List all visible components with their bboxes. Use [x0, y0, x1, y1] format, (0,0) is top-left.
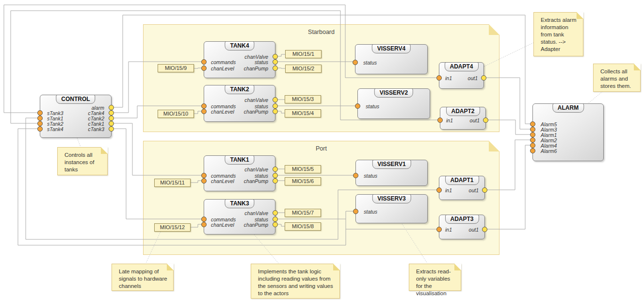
port-alarm5[interactable]: [530, 121, 535, 127]
note-extracts-ro-text: Extracts read-only variables for the vis…: [416, 268, 451, 296]
port-tank1-chanpump[interactable]: [273, 178, 278, 184]
mio-label-12[interactable]: MIO/15/12: [154, 223, 191, 232]
port-adapt2-out1[interactable]: [483, 117, 488, 123]
port-tank3-chanpump[interactable]: [273, 222, 278, 227]
mio-label-8[interactable]: MIO/15/8: [285, 222, 321, 231]
mio-label-2[interactable]: MIO/15/2: [285, 65, 322, 73]
port-ctank4[interactable]: [109, 110, 114, 116]
port-adapt3-out1[interactable]: [482, 227, 487, 232]
port-adapt1-out1-label: out1: [469, 187, 479, 193]
port-visserv4-status-label: status: [363, 60, 377, 66]
port-tank2-chanvalve-label: chanValve: [244, 97, 268, 103]
block-visserv3[interactable]: VISSERV3 status: [355, 194, 428, 223]
note-late-mapping[interactable]: Late mapping of signals to hardware chan…: [112, 264, 174, 291]
port-tank2-status[interactable]: [273, 103, 278, 109]
port-alarm1[interactable]: [530, 132, 535, 137]
port-tank2-chanlevel[interactable]: [201, 109, 207, 114]
port-tank4-chanvalve[interactable]: [273, 54, 278, 59]
wire-ctank3-tank3[interactable]: [112, 129, 204, 219]
port-tank1-chanvalve[interactable]: [273, 167, 278, 172]
block-tank4[interactable]: TANK4 commands chanLevel chanValve statu…: [204, 41, 275, 78]
port-adapt1-in1[interactable]: [436, 187, 442, 193]
note-implements[interactable]: Implements the tank logic including read…: [251, 264, 340, 299]
port-tank4-chanlevel[interactable]: [201, 66, 207, 71]
port-stank1[interactable]: [37, 116, 43, 121]
port-adapt4-in1[interactable]: [436, 75, 442, 81]
port-tank1-status[interactable]: [273, 173, 278, 178]
port-stank2[interactable]: [37, 121, 43, 126]
mio-label-1[interactable]: MIO/15/1: [285, 50, 322, 58]
block-adapt3[interactable]: ADAPT3 in1 out1: [439, 215, 485, 239]
port-alarm3[interactable]: [530, 127, 535, 132]
port-alarm4[interactable]: [530, 143, 535, 148]
port-visserv2-status[interactable]: [355, 103, 360, 109]
port-tank4-commands[interactable]: [201, 59, 207, 65]
port-tank2-chanpump[interactable]: [273, 109, 278, 114]
mio-label-3[interactable]: MIO/15/3: [285, 95, 321, 103]
block-adapt4[interactable]: ADAPT4 in1 out1: [439, 62, 484, 89]
port-stank4[interactable]: [37, 126, 43, 132]
note-link-alarm: [589, 91, 603, 103]
port-adapt1-out1[interactable]: [482, 187, 487, 193]
block-visserv4[interactable]: VISSERV4 status: [355, 44, 428, 74]
wire-mio1[interactable]: [278, 54, 285, 56]
port-ctank2[interactable]: [109, 116, 114, 121]
port-adapt3-in1[interactable]: [436, 227, 442, 232]
port-tank1-chanvalve-label: chanValve: [244, 167, 268, 172]
block-control[interactable]: CONTROL sTank3 sTank1 sTank2 sTank4 alar…: [40, 95, 112, 138]
mio-label-11[interactable]: MIO/15/11: [154, 179, 191, 187]
block-alarm-title: ALARM: [552, 103, 584, 113]
block-adapt2-title: ADAPT2: [446, 107, 480, 116]
diagram-canvas: Starboard Port: [0, 0, 644, 302]
wire-ctank1-tank1[interactable]: [112, 123, 204, 175]
port-tank3-status[interactable]: [273, 217, 278, 222]
mio-label-4[interactable]: MIO/15/4: [285, 109, 321, 117]
port-tank2-chanvalve[interactable]: [273, 97, 278, 102]
note-collects[interactable]: Collects all alarms and stores them.: [593, 64, 641, 92]
mio-label-7[interactable]: MIO/15/7: [285, 209, 321, 217]
wire-mio4[interactable]: [278, 111, 285, 113]
block-adapt2[interactable]: ADAPT2 in1 out1: [440, 107, 486, 130]
port-tank3-chanlevel[interactable]: [201, 222, 207, 227]
block-tank2[interactable]: TANK2 commands chanLevel chanValve statu…: [204, 85, 275, 122]
port-ctank3[interactable]: [109, 126, 114, 132]
port-tank2-commands[interactable]: [201, 103, 207, 109]
block-visserv1[interactable]: VISSERV1 status: [355, 160, 428, 186]
wire-adapt3-alarm4[interactable]: [485, 145, 532, 229]
block-control-title: CONTROL: [56, 95, 95, 104]
block-tank1[interactable]: TANK1 commands chanLevel chanValve statu…: [204, 155, 275, 191]
port-tank3-chanvalve[interactable]: [273, 210, 278, 216]
port-visserv1-status-label: status: [364, 173, 377, 179]
port-tank1-chanlevel[interactable]: [201, 178, 207, 184]
port-tank3-commands[interactable]: [201, 217, 207, 222]
note-extracts-alarm[interactable]: Extracts alarm information from tank sta…: [533, 12, 583, 56]
block-visserv2[interactable]: VISSERV2 status: [357, 88, 430, 119]
port-visserv4-status[interactable]: [353, 60, 358, 65]
port-ctank1[interactable]: [109, 121, 114, 126]
block-alarm[interactable]: ALARM Alarm5 Alarm3 Alarm1 Alarm2 Alarm4…: [532, 103, 604, 161]
port-adapt2-in1[interactable]: [437, 117, 443, 123]
port-adapt4-out1[interactable]: [481, 75, 486, 81]
block-visserv2-title: VISSERV2: [374, 88, 413, 98]
wire-adapt2-alarm1[interactable]: [486, 120, 532, 134]
mio-label-6[interactable]: MIO/15/6: [285, 177, 321, 185]
port-alarm[interactable]: [109, 105, 114, 110]
wire-mio2[interactable]: [278, 68, 285, 68]
note-extracts-ro[interactable]: Extracts read-only variables for the vis…: [409, 264, 461, 291]
wire-mio8[interactable]: [278, 224, 285, 226]
mio-label-9[interactable]: MIO/15/9: [158, 64, 194, 72]
port-tank1-commands[interactable]: [201, 173, 207, 178]
port-visserv1-status[interactable]: [353, 173, 358, 178]
note-controls[interactable]: Controls all instances of tanks: [57, 147, 108, 175]
port-alarm2[interactable]: [530, 137, 535, 143]
block-adapt1[interactable]: ADAPT1 in1 out1: [439, 176, 485, 200]
port-stank3[interactable]: [37, 110, 43, 116]
mio-label-5[interactable]: MIO/15/5: [285, 165, 321, 173]
port-tank4-status[interactable]: [273, 59, 278, 65]
mio-label-10[interactable]: MIO/15/10: [158, 110, 194, 118]
port-alarm6[interactable]: [530, 148, 535, 153]
port-tank4-chanpump[interactable]: [273, 66, 278, 71]
note-collects-text: Collects all alarms and stores them.: [600, 68, 631, 89]
block-tank3[interactable]: TANK3 commands chanLevel chanValve statu…: [204, 199, 275, 235]
port-visserv3-status[interactable]: [353, 209, 358, 214]
